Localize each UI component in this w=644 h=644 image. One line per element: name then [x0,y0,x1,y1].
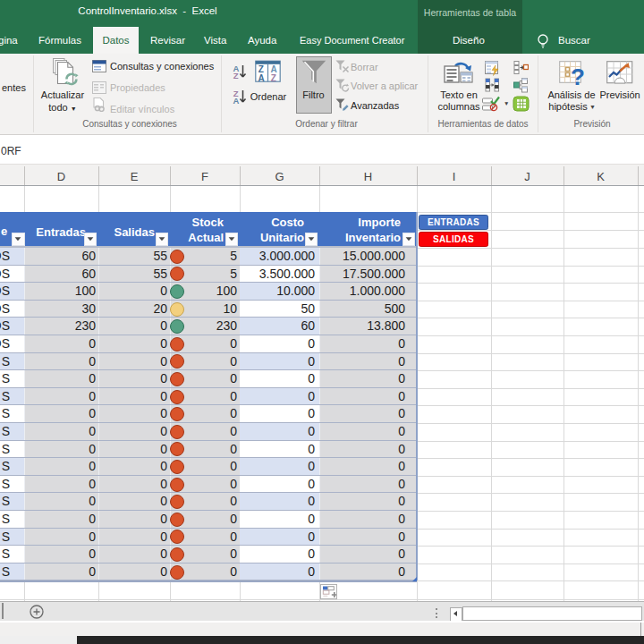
svg-text:Z: Z [271,73,276,83]
svg-text:?: ? [571,64,585,88]
svg-text:A: A [258,73,265,83]
svg-text:Z: Z [233,71,239,80]
svg-text:A: A [233,96,240,105]
